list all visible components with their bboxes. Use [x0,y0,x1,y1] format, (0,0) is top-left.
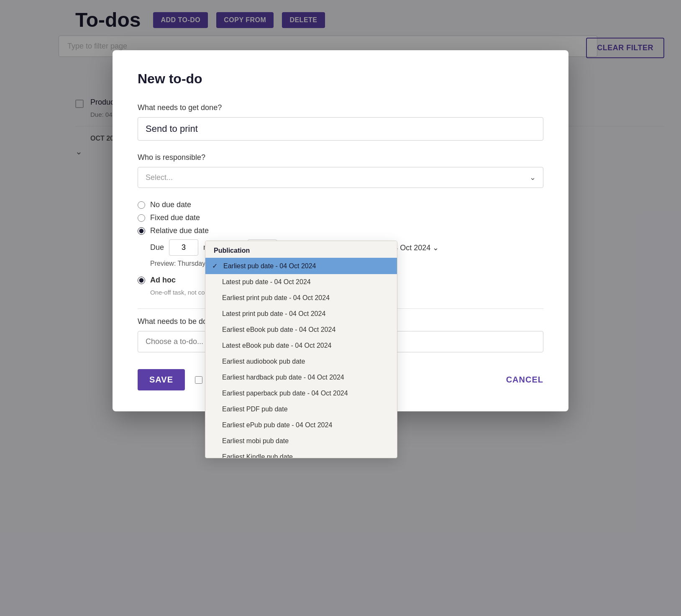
dropdown-item[interactable]: Earliest paperback pub date - 04 Oct 202… [205,385,397,401]
responsible-select[interactable]: Select... [138,167,543,188]
dropdown-item[interactable]: ✓ Earliest pub date - 04 Oct 2024 [205,258,397,274]
dropdown-item[interactable]: Earliest Kindle pub date [205,449,397,458]
adhoc-label: Ad hoc [150,276,176,285]
responsible-select-wrapper: Select... ⌄ [138,167,543,188]
due-label: Due [150,243,164,252]
months-input[interactable] [169,239,198,256]
fixed-due-label: Fixed due date [150,213,200,222]
check-icon: ✓ [212,262,218,270]
date-dropdown: Publication ✓ Earliest pub date - 04 Oct… [205,241,397,458]
modal-title: New to-do [138,71,543,87]
responsible-label: Who is responsible? [138,153,543,162]
dropdown-item[interactable]: Latest pub date - 04 Oct 2024 [205,274,397,290]
dropdown-item[interactable]: Earliest mobi pub date [205,433,397,449]
dropdown-item[interactable]: Earliest ePub pub date - 04 Oct 2024 [205,417,397,433]
dropdown-item[interactable]: Earliest print pub date - 04 Oct 2024 [205,290,397,306]
task-input[interactable] [138,117,543,141]
cancel-button[interactable]: CANCEL [506,375,543,385]
chevron-down-icon: ⌄ [530,173,536,182]
relative-due-label: Relative due date [150,226,209,235]
publication-header: Publication [205,241,397,258]
dropdown-item[interactable]: Earliest audiobook pub date [205,354,397,370]
no-due-label: No due date [150,200,191,209]
no-due-date-option[interactable]: No due date [138,200,543,209]
dropdown-item[interactable]: Earliest eBook pub date - 04 Oct 2024 [205,322,397,338]
fixed-due-date-option[interactable]: Fixed due date [138,213,543,222]
dropdown-item[interactable]: Latest print pub date - 04 Oct 2024 [205,306,397,322]
save-button[interactable]: SAVE [138,369,185,390]
task-question-label: What needs to get done? [138,103,543,112]
dropdown-item[interactable]: Earliest PDF pub date [205,401,397,417]
dropdown-item[interactable]: Latest eBook pub date - 04 Oct 2024 [205,338,397,354]
relative-due-date-option[interactable]: Relative due date [138,226,543,235]
dropdown-item[interactable]: Earliest hardback pub date - 04 Oct 2024 [205,370,397,385]
add-another-checkbox[interactable] [195,376,202,384]
